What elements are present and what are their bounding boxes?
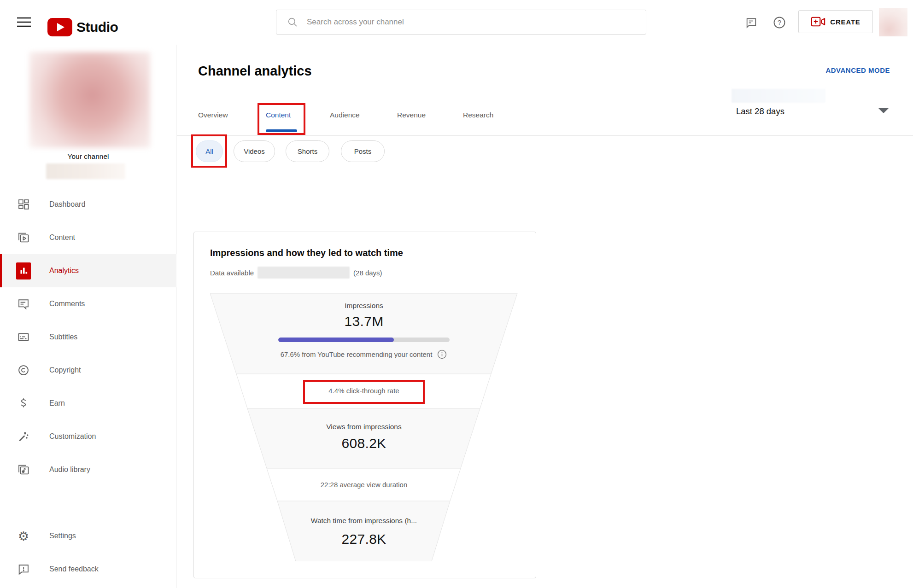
youtube-studio-analytics-screen: Studio ? [0,0,913,588]
sidebar-item-earn[interactable]: Earn [0,387,176,420]
youtube-studio-logo[interactable]: Studio [47,18,118,36]
hamburger-icon [14,15,34,29]
hamburger-menu-button[interactable] [14,15,34,29]
customization-wand-icon [16,429,31,444]
search-input[interactable] [307,17,646,27]
chevron-down-icon[interactable] [878,108,889,113]
account-avatar[interactable] [879,8,907,36]
date-range-selector[interactable]: Last 28 days [736,106,784,116]
views-from-impressions-value: 608.2K [210,436,518,451]
feedback-exclaim-icon [16,562,31,576]
help-button[interactable]: ? [772,15,787,30]
chip-posts[interactable]: Posts [341,140,385,162]
page-title: Channel analytics [198,64,312,79]
earn-dollar-icon [16,396,31,411]
studio-wordmark: Studio [76,19,118,35]
channel-search-box[interactable] [276,10,646,35]
sidebar-item-settings[interactable]: ⚙ Settings [0,519,176,553]
youtube-play-icon [47,18,72,36]
advanced-mode-link[interactable]: ADVANCED MODE [825,66,890,74]
sidebar-item-analytics[interactable]: Analytics [0,254,176,287]
sidebar-item-customization[interactable]: Customization [0,420,176,453]
sidebar-item-dashboard[interactable]: Dashboard [0,188,176,221]
funnel-card-title: Impressions and how they led to watch ti… [210,248,403,258]
dashboard-icon [16,197,31,212]
sidebar: Your channel Dashboard Content [0,45,176,588]
impressions-label: Impressions [210,302,518,310]
comments-icon [16,297,31,311]
channel-avatar-blurred[interactable] [29,52,150,148]
search-icon [287,16,298,28]
create-button[interactable]: CREATE [798,10,873,33]
sidebar-item-comments[interactable]: Comments [0,287,176,320]
tab-content[interactable]: Content [266,110,291,121]
info-icon[interactable] [437,349,447,360]
watch-time-label: Watch time from impressions (h... [210,517,518,525]
impressions-source-row: 67.6% from YouTube recommending your con… [210,349,518,360]
feedback-bubble-icon [745,16,758,29]
sidebar-item-send-feedback[interactable]: Send feedback [0,553,176,586]
chip-videos[interactable]: Videos [234,140,275,162]
channel-name-blurred [46,163,125,179]
svg-text:?: ? [778,19,781,26]
impressions-source-caption: 67.6% from YouTube recommending your con… [281,350,433,358]
availability-suffix: (28 days) [353,269,382,277]
tab-overview[interactable]: Overview [198,110,228,121]
subtitles-icon [16,330,31,344]
availability-prefix: Data available [210,269,254,277]
data-availability-row: Data available (28 days) [210,267,382,279]
sidebar-item-copyright[interactable]: Copyright [0,354,176,387]
impressions-progress-fill [278,338,394,342]
copyright-icon [16,363,31,378]
chip-all[interactable]: All [196,140,223,162]
analytics-icon [16,263,31,278]
click-through-rate-caption: 4.4% click-through rate [210,387,518,395]
views-from-impressions-label: Views from impressions [210,423,518,431]
availability-dates-blurred [258,267,350,279]
impressions-value: 13.7M [210,314,518,329]
topbar: Studio ? [0,0,913,44]
send-feedback-topbar-button[interactable] [744,15,759,30]
tab-research[interactable]: Research [463,110,493,121]
tab-audience[interactable]: Audience [330,110,360,121]
create-button-label: CREATE [830,18,860,26]
active-tab-underline [266,129,297,132]
create-video-icon [811,16,825,28]
audio-library-icon [16,462,31,477]
your-channel-label: Your channel [0,152,176,161]
tabs-divider [177,135,913,136]
settings-gear-icon: ⚙ [16,529,31,543]
tab-revenue[interactable]: Revenue [397,110,426,121]
chip-shorts[interactable]: Shorts [286,140,329,162]
sidebar-item-subtitles[interactable]: Subtitles [0,320,176,354]
watch-time-value: 227.8K [210,531,518,547]
impressions-source-progress [278,338,450,342]
sidebar-item-audio-library[interactable]: Audio library [0,453,176,486]
date-range-blurred [732,89,825,103]
help-icon: ? [773,16,786,29]
average-view-duration-caption: 22:28 average view duration [210,481,518,489]
content-icon [16,230,31,245]
sidebar-item-content[interactable]: Content [0,221,176,254]
